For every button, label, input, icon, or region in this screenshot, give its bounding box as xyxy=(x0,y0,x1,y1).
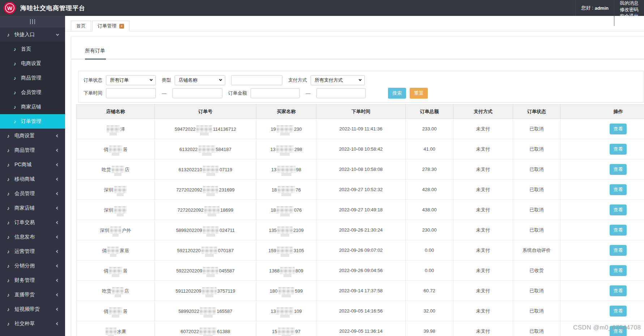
keyword-input[interactable] xyxy=(231,75,282,85)
view-button[interactable]: 查看 xyxy=(610,124,627,134)
buyer-name-cell: 13298 xyxy=(256,139,316,159)
topbar-links: 您好 : admin 我的消息修改密码安全退出商 xyxy=(575,0,644,16)
view-button[interactable]: 查看 xyxy=(610,184,627,195)
redacted-blur xyxy=(201,247,217,254)
sidebar-item-quick-entry[interactable]: ♪快捷入口 xyxy=(0,27,65,42)
action-cell: 查看 xyxy=(560,200,644,220)
topbar-link-change-password[interactable]: 修改密码 xyxy=(614,7,644,13)
sidebar-item-order-management[interactable]: ♪订单管理 xyxy=(0,114,65,129)
music-note-icon: ♪ xyxy=(6,292,11,298)
reset-button[interactable]: 重置 xyxy=(410,88,428,99)
redacted-blur xyxy=(277,247,293,254)
chevron-left-icon xyxy=(56,149,59,152)
view-button[interactable]: 查看 xyxy=(610,164,627,175)
sidebar-item-merchant-shops[interactable]: ♪商家店铺 xyxy=(0,100,65,114)
order-number-cell: 5899202209024711 xyxy=(155,220,256,240)
music-note-icon: ♪ xyxy=(6,176,11,182)
subtab-row: 所有订单 xyxy=(71,36,644,60)
close-tab-icon[interactable]: × xyxy=(119,24,124,29)
tab-all-orders[interactable]: 所有订单 xyxy=(85,48,105,59)
sidebar-item-ecommerce-settings[interactable]: ♪电商设置 xyxy=(0,56,65,71)
redacted-blur xyxy=(280,267,295,274)
buyer-name-cell: 1398 xyxy=(256,159,316,180)
tab-home[interactable]: 首页 xyxy=(71,21,91,31)
sidebar-item-pc-mall[interactable]: ♪PC商城 xyxy=(0,158,65,172)
sidebar-item-member-management[interactable]: ♪会员管理 xyxy=(0,186,65,201)
amount-max-input[interactable] xyxy=(316,88,366,98)
sidebar-item-label: 财务管理 xyxy=(14,277,35,284)
sidebar-item-social-seeding[interactable]: ♪社交种草 xyxy=(0,316,65,331)
sidebar-item-distribution-commission[interactable]: ♪分销分佣 xyxy=(0,259,65,273)
time-from-input[interactable] xyxy=(106,88,156,98)
view-button[interactable]: 查看 xyxy=(610,225,627,236)
view-button[interactable]: 查看 xyxy=(610,265,627,276)
order-status-select[interactable]: 所有订单 xyxy=(106,75,156,85)
sidebar-item-short-video-commerce[interactable]: ♪短视频带货 xyxy=(0,302,65,316)
buyer-name-cell: 1876 xyxy=(256,180,316,200)
order-status-cell: 系统自动评价 xyxy=(513,240,560,260)
redacted-blur xyxy=(107,247,119,254)
order-time-cell: 2022-09-05 11:36:14 xyxy=(316,321,406,336)
welcome-text: 您好 : admin xyxy=(575,0,614,16)
sidebar-item-member-management[interactable]: ♪会员管理 xyxy=(0,85,65,100)
order-status-value: 所有订单 xyxy=(110,77,129,83)
time-to-input[interactable] xyxy=(172,88,222,98)
store-name-cell: 水果 xyxy=(77,321,155,336)
search-button[interactable]: 搜索 xyxy=(388,88,406,99)
order-amount-cell: 428.00 xyxy=(406,180,453,200)
sidebar-collapse-toggle[interactable] xyxy=(0,16,65,27)
payment-method-cell: 未支付 xyxy=(453,119,513,139)
tab-order-management[interactable]: 订单管理× xyxy=(92,21,129,31)
type-select[interactable]: 店铺名称 xyxy=(175,75,225,85)
topbar-link-logout[interactable]: 安全退出 xyxy=(614,13,644,20)
order-status-cell: 已取消 xyxy=(513,180,560,200)
topbar-link-partial-link[interactable]: 商 xyxy=(614,20,644,26)
view-button[interactable]: 查看 xyxy=(610,306,627,316)
music-note-icon: ♪ xyxy=(6,249,11,254)
sidebar-menu: ♪快捷入口♪首页♪电商设置♪商品管理♪会员管理♪商家店铺♪订单管理♪电商设置♪商… xyxy=(0,27,65,336)
logo-letter: W xyxy=(4,2,16,14)
sidebar-item-partial-item[interactable]: ♪ xyxy=(0,331,65,336)
order-time-cell: 2022-09-26 09:07:02 xyxy=(316,240,406,260)
view-button[interactable]: 查看 xyxy=(610,144,627,155)
view-button[interactable]: 查看 xyxy=(610,204,627,215)
main-content: 首页订单管理× 所有订单 订单状态 所有订单 类型 店铺名称 支付方式 xyxy=(65,16,644,336)
sidebar-item-product-management[interactable]: ♪商品管理 xyxy=(0,143,65,158)
sidebar-item-ecommerce-settings[interactable]: ♪电商设置 xyxy=(0,129,65,143)
sidebar-item-product-management[interactable]: ♪商品管理 xyxy=(0,71,65,85)
table-row: 深圳727202209223169918762022-09-27 10:52:3… xyxy=(77,180,644,200)
sidebar-item-live-commerce[interactable]: ♪直播带货 xyxy=(0,288,65,302)
order-time-cell: 2022-09-05 14:16:56 xyxy=(316,301,406,321)
redacted-blur xyxy=(112,287,124,294)
order-amount-cell: 438.00 xyxy=(406,200,453,220)
redacted-blur xyxy=(276,146,294,153)
sidebar-item-finance-management[interactable]: ♪财务管理 xyxy=(0,273,65,288)
topbar-link-my-messages[interactable]: 我的消息 xyxy=(614,0,644,7)
sidebar-item-merchant-shops[interactable]: ♪商家店铺 xyxy=(0,201,65,215)
column-header: 操作 xyxy=(560,105,644,119)
payment-select[interactable]: 所有支付方式 xyxy=(311,75,365,85)
action-cell: 查看 xyxy=(560,180,644,200)
chevron-down-icon xyxy=(219,78,222,81)
music-note-icon: ♪ xyxy=(6,133,11,139)
sidebar-item-operation-management[interactable]: ♪运营管理 xyxy=(0,244,65,259)
order-time-label: 下单时间 xyxy=(84,90,102,96)
amount-min-input[interactable] xyxy=(251,88,300,98)
redacted-blur xyxy=(204,206,219,214)
active-tab-indicator xyxy=(85,59,106,60)
subtab-underline xyxy=(71,59,644,60)
sidebar-item-info-publish[interactable]: ♪信息发布 xyxy=(0,230,65,244)
chevron-down-icon xyxy=(56,33,59,35)
order-time-cell: 2022-10-08 10:58:08 xyxy=(316,159,406,180)
store-name-cell: 吃货店 xyxy=(77,281,155,301)
view-button[interactable]: 查看 xyxy=(610,245,627,256)
sidebar-item-label: 商品管理 xyxy=(21,75,41,81)
sidebar-item-label: 电商设置 xyxy=(14,133,35,139)
sidebar-item-home[interactable]: ♪首页 xyxy=(0,42,65,56)
music-note-icon: ♪ xyxy=(12,119,17,124)
sidebar-item-order-trade[interactable]: ♪订单交易 xyxy=(0,215,65,230)
view-button[interactable]: 查看 xyxy=(610,285,627,296)
chevron-down-icon xyxy=(359,78,362,81)
sidebar-item-mobile-mall[interactable]: ♪移动商城 xyxy=(0,172,65,186)
order-time-cell: 2022-09-27 10:52:32 xyxy=(316,180,406,200)
